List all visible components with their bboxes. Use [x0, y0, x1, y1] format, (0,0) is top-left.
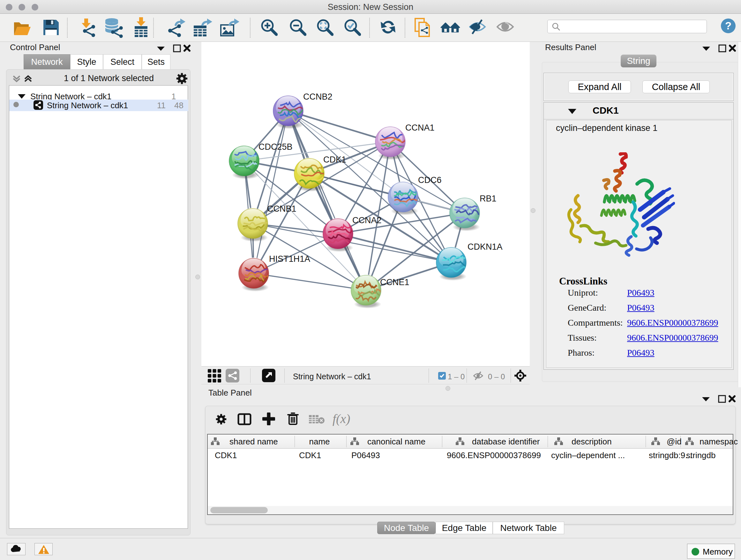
svg-text:CDC25B: CDC25B: [259, 142, 293, 152]
svg-text:CCNA2: CCNA2: [352, 215, 382, 225]
svg-text:RB1: RB1: [480, 194, 496, 203]
svg-text:CDC6: CDC6: [418, 175, 442, 185]
svg-text:CCNB2: CCNB2: [303, 92, 333, 102]
svg-text:CCNB1: CCNB1: [267, 204, 296, 213]
svg-text:HIST1H1A: HIST1H1A: [269, 254, 310, 264]
svg-text:CDK1: CDK1: [323, 155, 346, 165]
svg-text:CCNE1: CCNE1: [380, 277, 409, 287]
svg-text:CCNA1: CCNA1: [405, 123, 434, 132]
svg-text:CDKN1A: CDKN1A: [468, 242, 502, 252]
